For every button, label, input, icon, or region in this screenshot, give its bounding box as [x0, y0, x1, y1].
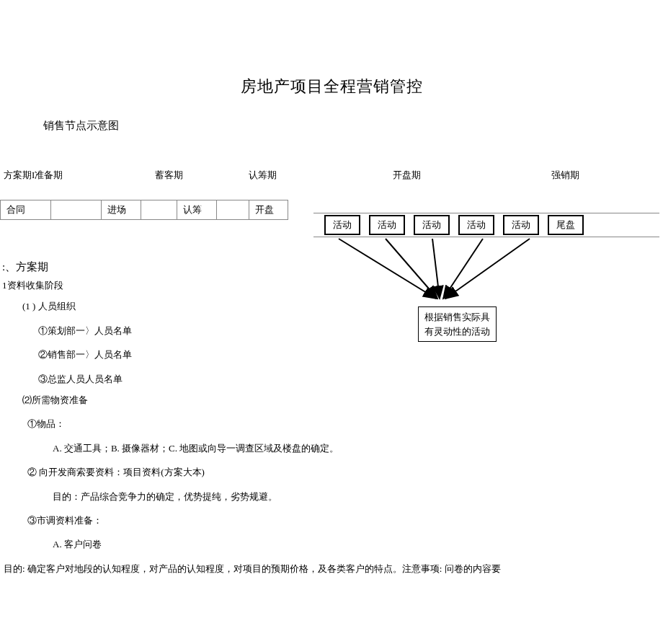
timeline-open: 开盘	[249, 200, 288, 219]
item-goods: ①物品：	[2, 415, 663, 432]
item-developer-materials: ② 向开发商索要资料：项目资料(方案大本)	[2, 464, 663, 480]
note-line-1: 根据销售实际具	[424, 310, 490, 325]
activity-box-5: 活动	[503, 215, 539, 235]
phase-strong-sell: 强销期	[551, 169, 623, 182]
activity-diagram: 活动 活动 活动 活动 活动 尾盘 根据销售实际具 有灵动性的活动	[313, 213, 659, 237]
item-planning-dept: ①策划部一〉人员名单	[2, 322, 663, 339]
bottom-purpose-text: 目的: 确定客户对地段的认知程度，对产品的认知程度，对项目的预期价格，及各类客户…	[2, 562, 550, 577]
svg-line-4	[443, 239, 483, 299]
activity-box-2: 活动	[369, 215, 405, 235]
phase-customer: 蓄客期	[155, 169, 249, 182]
timeline-enter: 进场	[101, 200, 141, 219]
activity-box-3: 活动	[414, 215, 450, 235]
diagram-note-box: 根据销售实际具 有灵动性的活动	[418, 306, 497, 342]
item-goods-list: A. 交通工具；B. 摄像器材；C. 地图或向导一调查区域及楼盘的确定。	[2, 440, 663, 456]
svg-line-2	[386, 239, 437, 299]
svg-line-5	[445, 239, 530, 299]
item-research-prep: ③市调资料准备：	[2, 512, 663, 529]
activity-box-4: 活动	[458, 215, 494, 235]
svg-line-1	[339, 239, 436, 299]
timeline-empty3	[216, 200, 249, 219]
subtitle: 销售节点示意图	[43, 119, 663, 133]
activity-box-1: 活动	[324, 215, 360, 235]
svg-line-3	[432, 239, 440, 299]
arrows-svg	[313, 237, 659, 309]
timeline-contract: 合同	[0, 200, 50, 219]
item-purpose-1: 目的：产品综合竞争力的确定，优势提纯，劣势规避。	[2, 488, 663, 505]
item-customer-survey: A. 客户问卷	[2, 536, 663, 552]
phase-subscribe: 认筹期	[249, 169, 393, 182]
phase-labels-row: 方案期I准备期 蓄客期 认筹期 开盘期 强销期	[0, 169, 663, 182]
note-line-2: 有灵动性的活动	[424, 325, 490, 339]
item-sales-dept: ②销售部一〉人员名单	[2, 346, 663, 363]
timeline-subscribe: 认筹	[177, 200, 216, 219]
activity-box-6: 尾盘	[548, 215, 584, 235]
activity-boxes-row: 活动 活动 活动 活动 活动 尾盘	[313, 213, 659, 237]
item-materials-prep: ⑵所需物资准备	[2, 392, 663, 408]
phase-plan: 方案期I准备期	[4, 169, 155, 182]
timeline-empty1	[50, 200, 101, 219]
phase-open: 开盘期	[393, 169, 551, 182]
timeline-empty2	[141, 200, 177, 219]
item-director: ③总监人员人员名单	[2, 371, 663, 387]
page-title: 房地产项目全程营销管控	[0, 0, 663, 97]
